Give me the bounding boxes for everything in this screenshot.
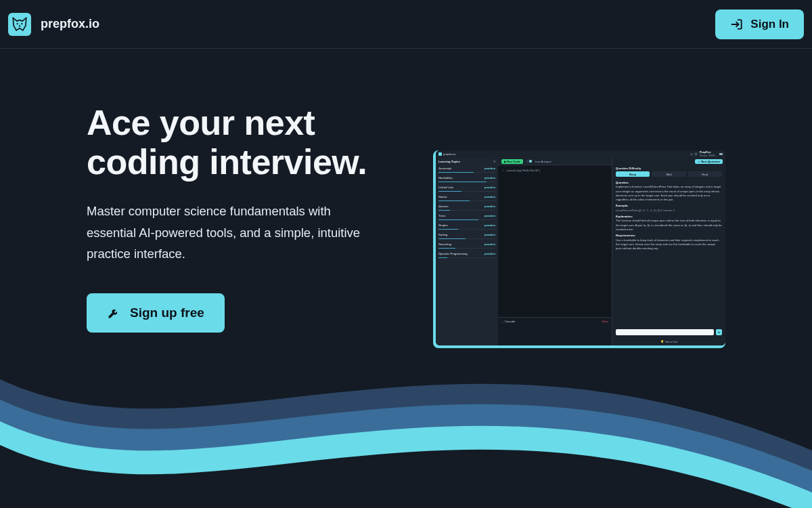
topic-practice-link: practice xyxy=(484,205,495,208)
preview-question-panel: ＋ New Question Question Difficulty Easy … xyxy=(612,158,725,345)
topic-progress xyxy=(438,210,495,211)
sidebar-topic: Stackspractice xyxy=(436,193,498,200)
sidebar-topic: Linked Listspractice xyxy=(436,184,498,191)
menu-icon xyxy=(719,153,723,155)
topic-label: Queues xyxy=(438,205,449,208)
preview-topbar: prepfox.io ◔ PrepFox Senior SWE... xyxy=(436,150,725,158)
topic-label: Stacks xyxy=(438,195,447,198)
topic-label: Graphs xyxy=(438,224,448,227)
preview-user-sub: Senior SWE... xyxy=(700,154,717,157)
topic-label: Dynamic Programming xyxy=(438,252,468,255)
topic-practice-link: practice xyxy=(484,224,495,227)
notification-icon: ◔ xyxy=(690,152,692,156)
new-question-button: ＋ New Question xyxy=(695,159,723,164)
sign-up-label: Sign up free xyxy=(130,305,204,320)
topic-practice-link: practice xyxy=(484,252,495,255)
question-heading: Question: xyxy=(616,181,629,184)
console-panel: ›_ Console Clear xyxy=(498,317,612,345)
explanation-heading: Explanation: xyxy=(616,215,633,218)
console-clear-button: Clear xyxy=(602,320,608,323)
site-header: prepfox.io Sign In xyxy=(0,0,812,49)
difficulty-title: Question Difficulty xyxy=(616,167,722,170)
hero: Ace your next coding interview. Master c… xyxy=(0,49,812,333)
topic-practice-link: practice xyxy=(484,195,495,198)
brand[interactable]: prepfox.io xyxy=(8,13,99,36)
sign-up-free-button[interactable]: Sign up free xyxy=(87,293,225,333)
sidebar-topic: Javascriptpractice xyxy=(436,165,498,172)
hero-subtitle: Master computer science fundamentals wit… xyxy=(87,200,378,264)
topic-practice-link: practice xyxy=(484,233,495,236)
topic-progress xyxy=(438,172,495,173)
topic-label: Searching xyxy=(438,242,451,246)
send-button: ➤ xyxy=(716,329,722,335)
wave-decoration xyxy=(0,345,812,508)
topic-progress xyxy=(438,191,495,192)
console-title: ›_ Console xyxy=(501,320,515,323)
fox-logo-icon xyxy=(8,13,31,36)
preview-brand: prepfox.io xyxy=(443,152,455,156)
sidebar-topic: Dynamic Programmingpractice xyxy=(436,250,498,257)
topic-practice-link: practice xyxy=(484,186,495,189)
topic-practice-link: practice xyxy=(484,214,495,217)
sidebar-topic: Treespractice xyxy=(436,212,498,219)
preview-sidebar: Learning Topics ✕ JavascriptpracticeHash… xyxy=(436,158,498,345)
run-code-button: ▶ Run Code xyxy=(501,159,523,164)
requirements-text: Use a hashtable to keep track of element… xyxy=(616,238,722,251)
difficulty-buttons: Easy Med Hard xyxy=(616,171,722,177)
preview-window: prepfox.io ◔ PrepFox Senior SWE... Lear xyxy=(436,150,725,345)
autopair-label: Live Autopair xyxy=(535,160,551,163)
svg-point-0 xyxy=(17,23,18,24)
brand-name: prepfox.io xyxy=(41,17,99,31)
hero-title: Ace your next coding interview. xyxy=(87,103,405,182)
sidebar-topic: Searchingpractice xyxy=(436,240,498,248)
lightbulb-icon: 💡 xyxy=(660,340,664,343)
difficulty-easy: Easy xyxy=(616,171,650,177)
topic-progress xyxy=(438,182,495,182)
topic-progress xyxy=(438,248,495,249)
code-editor: 1console.log("Hello World!") xyxy=(498,165,612,317)
play-icon: ▶ xyxy=(504,160,506,163)
topic-progress xyxy=(438,238,495,239)
preview-editor-column: ▶ Run Code Live Autopair 1console.log("H… xyxy=(498,158,612,345)
fox-logo-icon xyxy=(438,152,442,156)
hero-copy: Ace your next coding interview. Master c… xyxy=(87,103,405,333)
topic-practice-link: practice xyxy=(484,167,495,170)
autopair-toggle xyxy=(526,160,533,163)
app-preview: prepfox.io ◔ PrepFox Senior SWE... Lear xyxy=(433,150,725,348)
close-icon: ✕ xyxy=(493,160,495,163)
svg-point-1 xyxy=(21,23,22,24)
topic-progress xyxy=(438,200,495,201)
sign-in-label: Sign In xyxy=(750,18,789,31)
sign-in-icon xyxy=(730,18,744,31)
sidebar-topic: Graphspractice xyxy=(436,221,498,229)
difficulty-med: Med xyxy=(652,171,685,177)
run-code-label: Run Code xyxy=(507,160,520,163)
question-body: Question: Implement a function 'countDis… xyxy=(612,179,725,326)
topic-label: Sorting xyxy=(438,233,447,236)
example-heading: Example: xyxy=(616,204,629,207)
topic-practice-link: practice xyxy=(484,242,495,246)
sidebar-topic: Sortingpractice xyxy=(436,231,498,238)
difficulty-hard: Hard xyxy=(688,171,722,177)
code-line: console.log("Hello World!") xyxy=(506,169,540,172)
hint-button: 💡Get a hint xyxy=(612,338,725,345)
requirements-heading: Requirements: xyxy=(616,234,635,237)
topic-label: Hashtables xyxy=(438,176,453,179)
topic-practice-link: practice xyxy=(484,176,495,179)
topic-label: Javascript xyxy=(438,167,451,170)
tools-icon xyxy=(107,306,120,320)
topic-label: Linked Lists xyxy=(438,186,453,189)
sidebar-title: Learning Topics xyxy=(438,160,460,163)
chat-input xyxy=(616,329,714,335)
topic-label: Trees xyxy=(438,214,446,217)
avatar xyxy=(694,152,698,156)
chevron-right-icon: ›_ xyxy=(501,320,504,323)
sidebar-topic: Hashtablespractice xyxy=(436,174,498,182)
question-text: Implement a function 'countDistinctPairs… xyxy=(616,185,722,202)
sidebar-topic: Queuespractice xyxy=(436,203,498,210)
plus-icon: ＋ xyxy=(698,160,700,163)
topic-progress xyxy=(438,219,495,220)
sign-in-button[interactable]: Sign In xyxy=(715,9,804,39)
topic-progress xyxy=(438,229,495,230)
explanation-text: The function should find all unique pair… xyxy=(616,219,722,232)
